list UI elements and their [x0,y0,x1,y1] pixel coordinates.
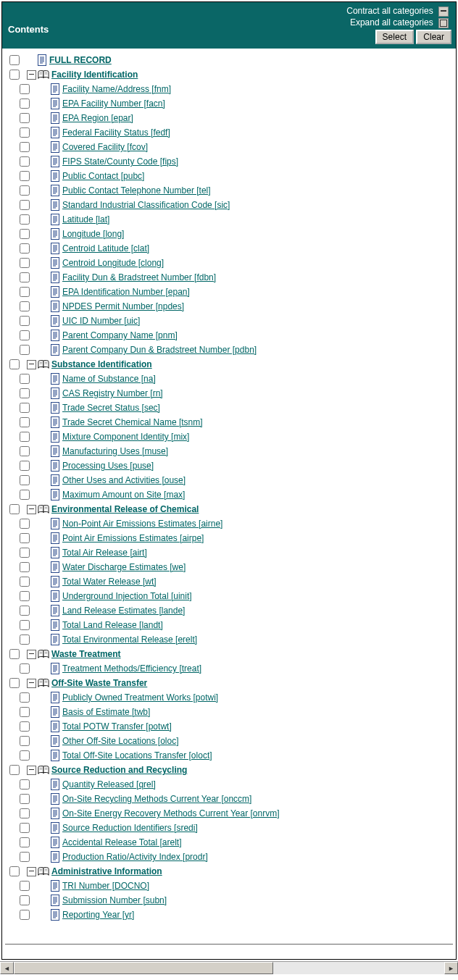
item-link[interactable]: Submission Number [subn] [62,895,167,905]
category-link[interactable]: Administrative Information [51,866,162,876]
checkbox-item-0-1[interactable] [20,99,30,109]
checkbox-item-0-13[interactable] [20,272,30,282]
checkbox-item-2-3[interactable] [20,562,30,572]
item-link[interactable]: Reporting Year [yr] [62,910,134,920]
item-link[interactable]: Standard Industrial Classification Code … [62,200,230,210]
item-link[interactable]: Longitude [long] [62,229,124,239]
checkbox-cat-3[interactable] [9,649,20,659]
checkbox-cat-1[interactable] [9,359,20,369]
checkbox-item-1-0[interactable] [20,374,30,384]
item-link[interactable]: Publicly Owned Treatment Works [potwi] [62,692,218,703]
item-link[interactable]: On-Site Energy Recovery Methods Current … [62,808,279,818]
checkbox-item-0-17[interactable] [20,330,30,340]
item-link[interactable]: EPA Region [epar] [62,113,133,123]
item-link[interactable]: Covered Facility [fcov] [62,142,148,152]
item-link[interactable]: Maximum Amount on Site [max] [62,490,185,500]
checkbox-item-0-18[interactable] [20,345,30,355]
collapse-toggle[interactable] [27,360,36,369]
checkbox-item-0-6[interactable] [20,171,30,181]
checkbox-item-5-2[interactable] [20,808,30,818]
scroll-right-icon[interactable]: ► [444,962,458,974]
item-link[interactable]: Accidental Release Total [arelt] [62,837,182,847]
checkbox-item-2-6[interactable] [20,606,30,616]
item-link[interactable]: NPDES Permit Number [npdes] [62,301,184,311]
checkbox-item-5-4[interactable] [20,837,30,847]
checkbox-item-1-3[interactable] [20,417,30,427]
item-link[interactable]: Source Reduction Identifiers [sredi] [62,823,198,833]
checkbox-item-0-15[interactable] [20,301,30,311]
item-link[interactable]: On-Site Recycling Methods Current Year [… [62,794,251,804]
category-link[interactable]: Waste Treatment [51,649,121,659]
scroll-thumb[interactable] [14,962,273,974]
checkbox-item-1-4[interactable] [20,432,30,442]
checkbox-cat-6[interactable] [9,866,20,876]
checkbox-item-2-4[interactable] [20,577,30,587]
item-link[interactable]: Public Contact [pubc] [62,171,144,181]
checkbox-item-1-8[interactable] [20,490,30,500]
item-link[interactable]: Processing Uses [puse] [62,461,154,471]
item-link[interactable]: Total Off-Site Locations Transfer [oloct… [62,750,212,761]
checkbox-item-0-12[interactable] [20,258,30,268]
item-link[interactable]: Centroid Latitude [clat] [62,243,149,254]
collapse-toggle[interactable] [27,766,36,775]
scroll-track[interactable] [14,962,444,974]
collapse-toggle[interactable] [27,70,36,80]
checkbox-item-5-5[interactable] [20,852,30,862]
item-link[interactable]: CAS Registry Number [rn] [62,388,163,398]
checkbox-cat-2[interactable] [9,504,20,514]
checkbox-item-4-3[interactable] [20,736,30,746]
item-link[interactable]: Manufacturing Uses [muse] [62,446,168,456]
expand-all-button[interactable] [438,18,449,28]
item-link[interactable]: UIC ID Number [uic] [62,316,140,326]
item-link[interactable]: Total POTW Transfer [potwt] [62,721,172,732]
item-link[interactable]: Land Release Estimates [lande] [62,606,185,616]
item-link[interactable]: EPA Identification Number [epan] [62,287,190,297]
checkbox-item-0-4[interactable] [20,142,30,152]
checkbox-item-4-0[interactable] [20,692,30,703]
item-link[interactable]: Centroid Longitude [clong] [62,258,164,268]
item-link[interactable]: Parent Company Name [pnm] [62,330,178,340]
checkbox-item-0-5[interactable] [20,156,30,167]
collapse-toggle[interactable] [27,679,36,688]
item-link[interactable]: Trade Secret Status [sec] [62,403,160,413]
category-link[interactable]: Environmental Release of Chemical [51,504,199,514]
item-link[interactable]: Total Environmental Release [erelt] [62,635,197,645]
checkbox-item-1-5[interactable] [20,446,30,456]
item-link[interactable]: TRI Number [DOCNO] [62,881,149,891]
item-link[interactable]: Facility Name/Address [fnm] [62,84,171,94]
scroll-left-icon[interactable]: ◄ [0,962,14,974]
checkbox-item-1-1[interactable] [20,388,30,398]
checkbox-item-1-6[interactable] [20,461,30,471]
item-link[interactable]: Water Discharge Estimates [we] [62,562,186,572]
checkbox-item-0-0[interactable] [20,84,30,94]
item-link[interactable]: Public Contact Telephone Number [tel] [62,185,211,196]
checkbox-item-0-14[interactable] [20,287,30,297]
item-link[interactable]: Non-Point Air Emissions Estimates [airne… [62,519,222,529]
checkbox-cat-0[interactable] [9,70,20,80]
checkbox-item-6-2[interactable] [20,910,30,920]
category-link[interactable]: Substance Identification [51,359,152,369]
checkbox-item-5-1[interactable] [20,794,30,804]
collapse-toggle[interactable] [27,505,36,514]
checkbox-full-record[interactable] [9,55,20,65]
checkbox-item-0-2[interactable] [20,113,30,123]
item-link[interactable]: EPA Facility Number [facn] [62,99,165,109]
item-link[interactable]: Total Air Release [airt] [62,548,147,558]
select-button[interactable]: Select [375,30,414,44]
item-link[interactable]: Quantity Released [qrel] [62,779,156,790]
checkbox-item-2-8[interactable] [20,635,30,645]
checkbox-item-2-1[interactable] [20,533,30,543]
link-full-record[interactable]: FULL RECORD [49,55,112,65]
item-link[interactable]: Mixture Component Identity [mix] [62,432,189,442]
item-link[interactable]: Parent Company Dun & Bradstreet Number [… [62,345,257,355]
item-link[interactable]: Point Air Emissions Estimates [airpe] [62,533,204,543]
checkbox-item-0-7[interactable] [20,185,30,196]
checkbox-item-1-7[interactable] [20,475,30,485]
item-link[interactable]: Basis of Estimate [twb] [62,707,150,717]
item-link[interactable]: Treatment Methods/Efficiency [treat] [62,663,201,674]
clear-button[interactable]: Clear [416,30,451,44]
checkbox-item-6-1[interactable] [20,895,30,905]
checkbox-cat-5[interactable] [9,765,20,775]
item-link[interactable]: Total Water Release [wt] [62,577,157,587]
item-link[interactable]: Trade Secret Chemical Name [tsnm] [62,417,203,427]
